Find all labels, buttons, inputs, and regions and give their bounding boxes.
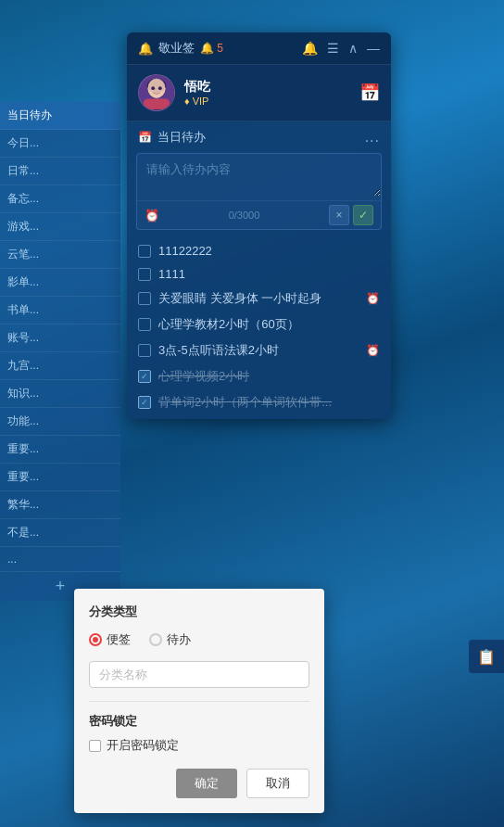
sidebar-item-book[interactable]: 书单... bbox=[0, 297, 120, 324]
input-toolbar: ⏰ 0/3000 × ✓ bbox=[137, 200, 381, 229]
sidebar-item-not[interactable]: 不是... bbox=[0, 519, 120, 547]
profile-details: 悟吃 ♦ VIP bbox=[184, 79, 210, 107]
sidebar-item-daily[interactable]: 今日... bbox=[0, 130, 120, 158]
todo-input-area: ⏰ 0/3000 × ✓ bbox=[136, 153, 382, 230]
dialog-buttons: 确定 取消 bbox=[89, 769, 309, 798]
collapse-icon[interactable]: ∧ bbox=[348, 41, 358, 56]
profile-info: 悟吃 ♦ VIP bbox=[138, 74, 210, 111]
calendar-small-icon: 📅 bbox=[138, 131, 152, 144]
sidebar-item-knowledge[interactable]: 知识... bbox=[0, 380, 120, 408]
section-header: 📅 当日待办 ... bbox=[127, 121, 391, 153]
sidebar-item-important2[interactable]: 重要... bbox=[0, 464, 120, 491]
avatar-image bbox=[139, 75, 174, 110]
app-title: 敬业签 bbox=[158, 40, 195, 57]
todo-text-4: 心理学教材2小时（60页） bbox=[158, 316, 380, 333]
sidebar-item-cloud[interactable]: 云笔... bbox=[0, 241, 120, 269]
todo-text-input[interactable] bbox=[137, 154, 381, 197]
sidebar-item-backup[interactable]: 备忘... bbox=[0, 185, 120, 213]
diamond-icon: ♦ bbox=[184, 95, 190, 107]
dialog-title: 分类类型 bbox=[89, 604, 309, 620]
sidebar-item-nine[interactable]: 九宫... bbox=[0, 352, 120, 380]
password-checkbox[interactable] bbox=[89, 740, 101, 752]
todo-item-5[interactable]: 3点-5点听语法课2小时 ⏰ bbox=[127, 337, 391, 363]
notes-icon: 📋 bbox=[477, 648, 496, 666]
sidebar-item-movie[interactable]: 影单... bbox=[0, 269, 120, 297]
sidebar-item-account[interactable]: 账号... bbox=[0, 324, 120, 352]
radio-todo-label: 待办 bbox=[167, 631, 191, 648]
titlebar-left: 🔔 敬业签 🔔 5 bbox=[138, 40, 223, 57]
todo-checkbox-7[interactable] bbox=[138, 396, 151, 409]
todo-item-4[interactable]: 心理学教材2小时（60页） bbox=[127, 312, 391, 337]
todo-text-1: 11122222 bbox=[158, 244, 380, 258]
todo-text-7: 背单词2小时（两个单词软件带... bbox=[158, 394, 380, 411]
svg-rect-3 bbox=[144, 99, 170, 109]
sidebar-item-function[interactable]: 功能... bbox=[0, 408, 120, 436]
radio-todo-btn[interactable] bbox=[149, 633, 162, 646]
password-checkbox-label[interactable]: 开启密码锁定 bbox=[89, 737, 309, 754]
radio-group: 便签 待办 bbox=[89, 631, 309, 648]
radio-sticky-label: 便签 bbox=[107, 631, 131, 648]
password-checkbox-text: 开启密码锁定 bbox=[107, 737, 179, 754]
bell-icon: 🔔 bbox=[138, 42, 153, 56]
todo-checkbox-4[interactable] bbox=[138, 318, 151, 331]
profile-name: 悟吃 bbox=[184, 79, 210, 95]
close-icon[interactable]: — bbox=[367, 41, 380, 56]
todo-checkbox-5[interactable] bbox=[138, 344, 151, 357]
titlebar-icons: 🔔 ☰ ∧ — bbox=[302, 41, 380, 56]
alarm-icon-3: ⏰ bbox=[366, 292, 380, 305]
titlebar: 🔔 敬业签 🔔 5 🔔 ☰ ∧ — bbox=[127, 32, 391, 65]
cancel-button[interactable]: 取消 bbox=[246, 769, 309, 798]
svg-point-6 bbox=[158, 86, 162, 90]
todo-item-6[interactable]: 心理学视频2小时 bbox=[127, 363, 391, 389]
todo-item-2[interactable]: 1111 bbox=[127, 262, 391, 286]
todo-list: 11122222 1111 关爱眼睛 关爱身体 一小时起身 ⏰ 心理学教材2小时… bbox=[127, 235, 391, 419]
section-title: 当日待办 bbox=[158, 129, 206, 146]
char-count: 0/3000 bbox=[229, 210, 260, 221]
avatar bbox=[138, 74, 175, 111]
todo-checkbox-6[interactable] bbox=[138, 370, 151, 383]
radio-sticky[interactable]: 便签 bbox=[89, 631, 131, 648]
todo-text-5: 3点-5点听语法课2小时 bbox=[158, 342, 359, 359]
todo-item-1[interactable]: 11122222 bbox=[127, 239, 391, 262]
category-dialog: 分类类型 便签 待办 密码锁定 开启密码锁定 确定 取消 bbox=[74, 589, 324, 813]
sidebar-item-game[interactable]: 游戏... bbox=[0, 213, 120, 241]
confirm-button[interactable]: 确定 bbox=[176, 769, 237, 798]
profile-bar: 悟吃 ♦ VIP 📅 bbox=[127, 65, 391, 121]
divider bbox=[89, 701, 309, 702]
note-window: 🔔 敬业签 🔔 5 🔔 ☰ ∧ — bbox=[127, 32, 391, 419]
svg-point-4 bbox=[148, 79, 166, 98]
todo-text-6: 心理学视频2小时 bbox=[158, 368, 380, 385]
sidebar-item-more[interactable]: ... bbox=[0, 547, 120, 572]
menu-icon[interactable]: ☰ bbox=[327, 41, 339, 56]
section-more-button[interactable]: ... bbox=[365, 129, 380, 146]
svg-point-5 bbox=[151, 86, 155, 90]
sidebar-item-complex[interactable]: 繁华... bbox=[0, 491, 120, 519]
alarm-icon-5: ⏰ bbox=[366, 344, 380, 357]
right-panel-button[interactable]: 📋 bbox=[469, 640, 504, 673]
clock-icon[interactable]: ⏰ bbox=[145, 209, 159, 223]
sidebar: 当日待办 今日... 日常... 备忘... 游戏... 云笔... 影单...… bbox=[0, 102, 120, 601]
input-actions: × ✓ bbox=[329, 205, 373, 225]
confirm-input-button[interactable]: ✓ bbox=[353, 205, 373, 225]
radio-todo[interactable]: 待办 bbox=[149, 631, 191, 648]
todo-checkbox-1[interactable] bbox=[138, 245, 151, 258]
section-header-left: 📅 当日待办 bbox=[138, 129, 206, 146]
avatar-svg bbox=[139, 74, 174, 110]
todo-checkbox-2[interactable] bbox=[138, 268, 151, 281]
todo-text-3: 关爱眼睛 关爱身体 一小时起身 bbox=[158, 290, 359, 307]
password-section-title: 密码锁定 bbox=[89, 713, 309, 730]
category-name-input[interactable] bbox=[89, 661, 309, 688]
todo-checkbox-3[interactable] bbox=[138, 292, 151, 305]
notification-badge: 🔔 5 bbox=[200, 42, 223, 55]
todo-item-3[interactable]: 关爱眼睛 关爱身体 一小时起身 ⏰ bbox=[127, 286, 391, 312]
sidebar-item-routine[interactable]: 日常... bbox=[0, 158, 120, 185]
sidebar-item-current[interactable]: 当日待办 bbox=[0, 102, 120, 130]
calendar-button[interactable]: 📅 bbox=[359, 83, 380, 103]
todo-text-2: 1111 bbox=[158, 267, 380, 281]
cancel-input-button[interactable]: × bbox=[329, 205, 349, 225]
vip-badge: ♦ VIP bbox=[184, 95, 210, 107]
todo-item-7[interactable]: 背单词2小时（两个单词软件带... bbox=[127, 389, 391, 415]
radio-sticky-btn[interactable] bbox=[89, 633, 102, 646]
sidebar-item-important1[interactable]: 重要... bbox=[0, 436, 120, 464]
bell-titlebar-icon[interactable]: 🔔 bbox=[302, 41, 318, 56]
